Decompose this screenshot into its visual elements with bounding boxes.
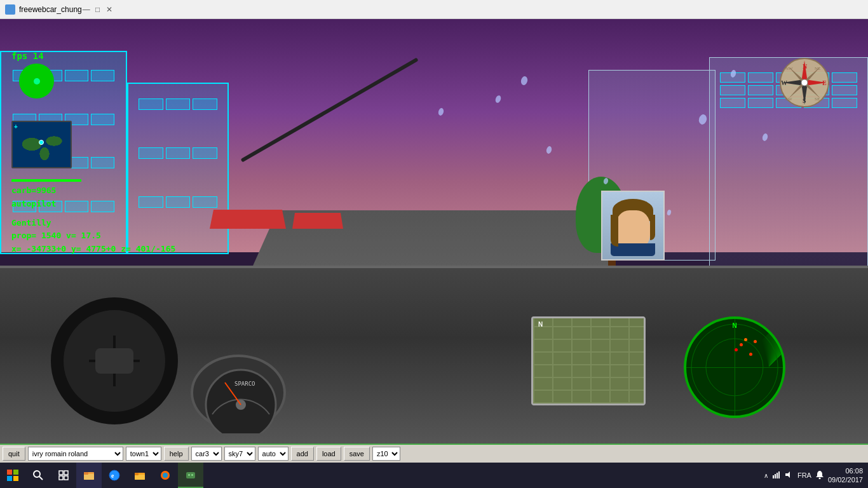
steering-wheel [51,297,178,424]
radar-crosshair-v [735,319,735,416]
svg-rect-23 [13,470,18,475]
svg-line-27 [39,477,43,480]
svg-point-50 [818,478,820,480]
language-indicator: FRA [797,471,811,479]
mini-map-terrain [533,318,644,403]
svg-text:NW: NW [785,66,793,71]
svg-rect-34 [84,472,88,475]
compass: N S W E NW NE SW SE [779,57,830,108]
svg-text:SPARCO: SPARCO [234,381,255,387]
z-select[interactable]: z10 [372,447,400,461]
radar-target [740,343,743,346]
car-select[interactable]: car3 [191,447,222,461]
svg-rect-25 [13,476,18,481]
svg-rect-24 [7,476,12,481]
toolbar: quit ivry romain roland town1 help car3 … [0,444,868,463]
app-icon [5,4,15,15]
speedometer: SPARCO [191,355,286,431]
svg-rect-48 [778,471,780,478]
autopilot-circle [19,64,54,98]
taskbar-game[interactable] [178,463,203,488]
sky-select[interactable]: sky7 [224,447,255,461]
world-map: + [11,121,72,168]
coords-display: x= -34733+0 y= 4775+0 z= 401/-165 [11,243,175,256]
taskbar-file-explorer[interactable] [127,463,153,488]
svg-text:N: N [803,63,808,70]
taskbar-firefox[interactable] [153,463,178,488]
mini-satellite-map: N [531,316,646,405]
svg-text:E: E [822,79,827,86]
svg-rect-43 [188,474,190,476]
svg-point-26 [34,471,40,477]
svg-rect-46 [775,474,776,478]
svg-rect-22 [7,470,12,475]
mini-map-north: N [538,321,543,328]
volume-icon [785,470,794,480]
svg-rect-42 [186,472,195,478]
person-hair-right [650,215,655,240]
person-face [616,210,650,248]
add-button[interactable]: add [291,447,314,461]
hud-top-stats: carb=9965 autopilot [11,179,81,211]
svg-text:SE: SE [815,97,820,102]
fps-display: fps 14 [11,51,44,61]
svg-text:W: W [781,79,787,86]
window-title: freewebcar_chung [19,5,82,14]
close-button[interactable]: ✕ [105,5,114,14]
person-hair-left [611,215,618,247]
svg-text:SW: SW [785,97,792,102]
titlebar: freewebcar_chung — □ ✕ [0,0,868,19]
maximize-button[interactable]: □ [93,5,102,14]
system-tray: ∧ FRA 06:08 09/02/2017 [764,466,868,485]
radar-target [735,348,738,351]
taskbar-browser-ie[interactable]: e [102,463,127,488]
network-icon [772,470,781,480]
svg-point-9 [801,79,808,86]
taskbar-search[interactable] [25,463,51,488]
svg-rect-47 [776,473,778,478]
minimize-button[interactable]: — [82,5,91,14]
prop-display: prop= 1540 v= 17.5 [11,229,175,243]
expand-tray[interactable]: ∧ [764,472,768,479]
quit-button[interactable]: quit [3,447,25,461]
notification-bell[interactable] [815,470,824,480]
svg-rect-31 [64,476,68,480]
system-clock: 06:08 09/02/2017 [828,466,863,485]
hud-bottom-stats: Gentilly prop= 1540 v= 17.5 x= -34733+0 … [11,217,175,256]
carb-display: carb=9965 [11,184,81,198]
svg-rect-28 [59,471,63,475]
location-select[interactable]: ivry romain roland [28,447,123,461]
mode-select[interactable]: auto [258,447,288,461]
awning-left [210,210,286,229]
save-button[interactable]: save [344,447,370,461]
radar-north-label: N [732,322,736,329]
time-display: 06:08 [828,466,863,475]
svg-rect-33 [84,474,94,480]
dashboard: SPARCO N N [0,266,868,444]
windows-taskbar: e ∧ [0,463,868,488]
taskbar-file-manager[interactable] [76,463,102,488]
svg-rect-29 [64,471,68,475]
location-display: Gentilly [11,217,175,230]
help-button[interactable]: help [164,447,189,461]
load-button[interactable]: load [316,447,341,461]
game-viewport[interactable]: fps 14 + carb=9965 autopilot Gentilly pr… [0,19,868,444]
start-button[interactable] [0,463,25,488]
svg-text:e: e [111,472,114,479]
svg-rect-44 [191,474,193,476]
town-select[interactable]: town1 [126,447,161,461]
svg-text:NE: NE [815,66,820,71]
autopilot-display: autopilot [11,198,81,211]
radar-display: N [684,316,785,418]
radar-target [749,353,752,356]
svg-rect-45 [773,475,774,478]
window-controls: — □ ✕ [82,5,114,14]
awning-right [292,213,343,229]
svg-marker-49 [785,471,790,478]
svg-point-41 [163,473,168,478]
taskbar-task-view[interactable] [51,463,76,488]
person-photo [601,191,665,261]
autopilot-dot [34,78,40,85]
svg-rect-38 [135,475,145,480]
date-display: 09/02/2017 [828,475,863,484]
